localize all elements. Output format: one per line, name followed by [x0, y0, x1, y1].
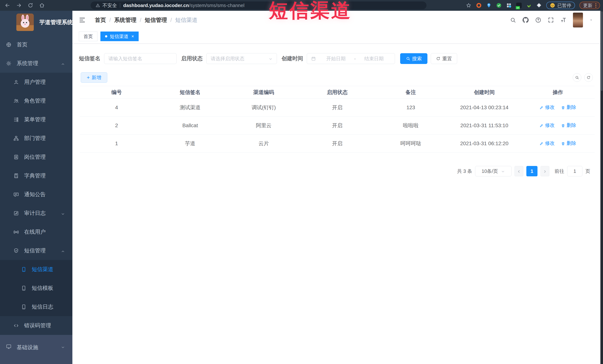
- sidebar-item-12[interactable]: 短信渠道: [0, 260, 72, 279]
- sidebar-item-9[interactable]: 审计日志: [0, 204, 72, 222]
- edit-link-label: 修改: [545, 122, 555, 129]
- sidebar-item-label: 错误码管理: [24, 322, 51, 329]
- breadcrumb-item-2[interactable]: 短信管理: [145, 16, 167, 24]
- sms-channel-table: 编号短信签名渠道编码启用状态备注创建时间操作 4测试渠道调试(钉钉)开启1232…: [80, 86, 595, 153]
- sidebar-item-10[interactable]: 在线用户: [0, 222, 72, 241]
- sidebar-item-7[interactable]: 字典管理: [0, 166, 72, 185]
- address-bar[interactable]: 不安全 dashboard.yudao.iocoder.cn/system/sm…: [91, 1, 427, 9]
- extension-grid-icon[interactable]: [506, 3, 512, 8]
- page-size-select[interactable]: 10条/页: [475, 166, 511, 176]
- sidebar-item-3[interactable]: 角色管理: [0, 91, 72, 110]
- extensions-puzzle-icon[interactable]: [536, 3, 542, 8]
- sidebar-item-16[interactable]: 基础设施: [0, 335, 72, 364]
- url-domain: dashboard.yudao.iocoder.cn: [123, 3, 189, 8]
- search-icon[interactable]: [510, 17, 516, 23]
- sidebar-item-0[interactable]: 首页: [0, 35, 72, 54]
- bookmark-star-icon[interactable]: [466, 2, 472, 8]
- url-text: dashboard.yudao.iocoder.cn/system/sms/sm…: [123, 3, 244, 8]
- breadcrumb-item-1[interactable]: 系统管理: [114, 16, 136, 24]
- breadcrumb-item-0[interactable]: 首页: [95, 16, 106, 24]
- table-cell: 芋道: [153, 135, 227, 153]
- forward-icon[interactable]: [16, 2, 22, 8]
- sidebar-item-13[interactable]: 短信模板: [0, 279, 72, 298]
- tab-0[interactable]: 首页: [79, 32, 97, 41]
- table-column-header: 操作: [521, 86, 595, 99]
- sidebar-item-5[interactable]: 部门管理: [0, 129, 72, 148]
- signature-input-field[interactable]: [108, 56, 172, 62]
- extension-green-sprout-icon[interactable]: [526, 3, 532, 8]
- home-icon[interactable]: [39, 2, 45, 8]
- edit-link[interactable]: 修改: [540, 104, 555, 110]
- reload-icon[interactable]: [27, 2, 34, 8]
- table-cell: 2021-04-13 00:23:14: [447, 99, 521, 117]
- help-icon[interactable]: [535, 17, 541, 23]
- phone-icon: [21, 267, 26, 272]
- sidebar-item-6[interactable]: 岗位管理: [0, 148, 72, 166]
- chevron-down-icon[interactable]: [589, 18, 593, 22]
- close-icon[interactable]: ×: [131, 34, 134, 39]
- goto-page-input[interactable]: [567, 166, 582, 176]
- hamburger-icon[interactable]: [79, 17, 86, 23]
- sidebar-item-1[interactable]: 系统管理: [0, 54, 72, 73]
- add-button[interactable]: + 新增: [81, 72, 107, 83]
- back-icon[interactable]: [4, 2, 10, 8]
- prev-page-button[interactable]: [514, 166, 523, 176]
- scrollbar-thumb[interactable]: [601, 11, 603, 91]
- signature-input[interactable]: [104, 53, 176, 64]
- avatar[interactable]: [573, 13, 583, 27]
- date-end-placeholder[interactable]: 结束日期: [357, 55, 391, 62]
- table-actions-cell: 修改删除: [521, 135, 595, 153]
- sidebar-item-label: 通知公告: [24, 191, 46, 198]
- search-icon: [575, 76, 579, 79]
- sidebar-item-4[interactable]: 菜单管理: [0, 110, 72, 129]
- edit-link[interactable]: 修改: [540, 122, 555, 129]
- paused-badge[interactable]: 已暂停: [546, 2, 575, 9]
- sidebar-item-11[interactable]: 短信管理: [0, 241, 72, 260]
- extension-orange-ring-icon[interactable]: [476, 3, 482, 8]
- sidebar-item-label: 在线用户: [24, 228, 46, 236]
- delete-link[interactable]: 删除: [561, 122, 576, 129]
- extension-blue-pin-icon[interactable]: [486, 3, 492, 8]
- next-page-button[interactable]: [540, 166, 549, 176]
- refresh-button[interactable]: [584, 73, 593, 82]
- kebab-menu-icon[interactable]: [595, 3, 596, 8]
- reset-button[interactable]: 重置: [431, 53, 457, 64]
- sidebar-item-8[interactable]: 通知公告: [0, 185, 72, 204]
- date-range-picker[interactable]: 开始日期 - 结束日期: [307, 53, 395, 64]
- audit-log-icon: [13, 210, 19, 216]
- sidebar-item-label: 角色管理: [24, 97, 46, 105]
- search-button[interactable]: 搜索: [400, 53, 428, 64]
- table-row-1: 2Ballcat阿里云开启啦啦啦2021-03-31 11:53:10修改删除: [80, 117, 595, 135]
- table-column-header: 创建时间: [447, 86, 521, 99]
- fullscreen-icon[interactable]: [548, 17, 554, 23]
- security-indicator[interactable]: 不安全: [95, 2, 117, 9]
- table-column-header: 启用状态: [301, 86, 374, 99]
- app-logo[interactable]: 芋道管理系统: [0, 11, 72, 34]
- goto-page-field[interactable]: [567, 166, 582, 176]
- page-scrollbar[interactable]: [600, 11, 603, 364]
- extension-green-check-icon[interactable]: [496, 3, 502, 8]
- tab-1[interactable]: 短信渠道×: [100, 32, 139, 41]
- status-select[interactable]: 请选择启用状态: [206, 53, 277, 64]
- edit-link[interactable]: 修改: [540, 140, 555, 146]
- sidebar-item-2[interactable]: 用户管理: [0, 73, 72, 91]
- delete-link[interactable]: 删除: [561, 104, 576, 110]
- github-icon[interactable]: [522, 17, 529, 23]
- rabbit-logo-icon: [16, 13, 34, 31]
- url-path: /system/sms/sms-channel: [189, 3, 244, 8]
- breadcrumb-separator: /: [140, 17, 141, 23]
- update-badge[interactable]: 更新: [580, 2, 600, 9]
- pagination: 共 3 条 10条/页 1 前往 页: [457, 166, 590, 176]
- sidebar-item-14[interactable]: 短信日志: [0, 298, 72, 316]
- delete-link-label: 删除: [567, 122, 576, 129]
- extension-dark-on-icon[interactable]: on: [516, 3, 522, 8]
- delete-link[interactable]: 删除: [561, 140, 576, 146]
- search-toggle-button[interactable]: [573, 73, 581, 82]
- date-start-placeholder[interactable]: 开始日期: [319, 55, 353, 62]
- table-cell: 2021-03-31 06:12:20: [447, 135, 521, 153]
- sidebar-item-label: 字典管理: [24, 172, 46, 179]
- sidebar-item-15[interactable]: 错误码管理: [0, 316, 72, 335]
- page-number-1[interactable]: 1: [526, 166, 537, 176]
- font-size-icon[interactable]: [560, 17, 567, 23]
- paused-label: 已暂停: [557, 2, 571, 9]
